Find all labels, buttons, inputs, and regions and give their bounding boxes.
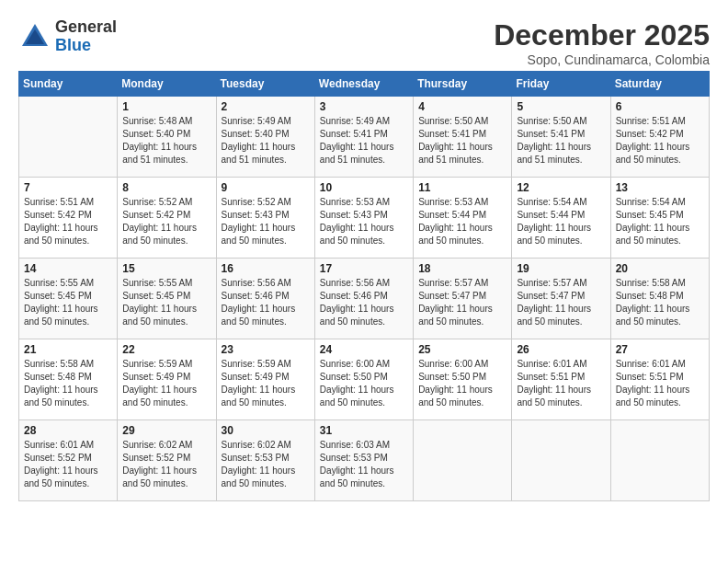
- calendar-cell: 8Sunrise: 5:52 AM Sunset: 5:42 PM Daylig…: [118, 178, 216, 259]
- day-number: 24: [320, 343, 408, 356]
- day-number: 31: [320, 424, 408, 437]
- day-info: Sunrise: 5:56 AM Sunset: 5:46 PM Dayligh…: [222, 277, 310, 328]
- calendar-cell: 25Sunrise: 6:00 AM Sunset: 5:50 PM Dayli…: [414, 339, 512, 420]
- day-info: Sunrise: 5:51 AM Sunset: 5:42 PM Dayligh…: [616, 115, 704, 167]
- calendar-cell: 19Sunrise: 5:57 AM Sunset: 5:47 PM Dayli…: [512, 259, 610, 339]
- day-info: Sunrise: 5:58 AM Sunset: 5:48 PM Dayligh…: [616, 277, 704, 328]
- calendar-cell: 15Sunrise: 5:55 AM Sunset: 5:45 PM Dayli…: [118, 259, 216, 339]
- day-info: Sunrise: 5:54 AM Sunset: 5:44 PM Dayligh…: [517, 196, 605, 247]
- weekday-header: Monday: [118, 72, 216, 97]
- calendar-cell: 3Sunrise: 5:49 AM Sunset: 5:41 PM Daylig…: [314, 97, 413, 178]
- day-info: Sunrise: 5:52 AM Sunset: 5:42 PM Dayligh…: [122, 196, 210, 247]
- calendar-week-row: 21Sunrise: 5:58 AM Sunset: 5:48 PM Dayli…: [19, 339, 710, 420]
- logo-blue-text: Blue: [55, 37, 117, 55]
- weekday-header: Tuesday: [216, 72, 314, 97]
- day-number: 16: [222, 262, 310, 275]
- calendar-cell: [610, 420, 709, 501]
- day-info: Sunrise: 5:53 AM Sunset: 5:43 PM Dayligh…: [320, 196, 408, 247]
- day-info: Sunrise: 6:00 AM Sunset: 5:50 PM Dayligh…: [320, 358, 408, 409]
- calendar-week-row: 28Sunrise: 6:01 AM Sunset: 5:52 PM Dayli…: [19, 420, 710, 501]
- calendar-cell: 31Sunrise: 6:03 AM Sunset: 5:53 PM Dayli…: [314, 420, 413, 501]
- day-number: 14: [24, 262, 112, 275]
- calendar-cell: 24Sunrise: 6:00 AM Sunset: 5:50 PM Dayli…: [314, 339, 413, 420]
- calendar-cell: [414, 420, 512, 501]
- calendar-cell: 23Sunrise: 5:59 AM Sunset: 5:49 PM Dayli…: [216, 339, 314, 420]
- day-info: Sunrise: 5:56 AM Sunset: 5:46 PM Dayligh…: [320, 277, 408, 328]
- calendar-cell: 16Sunrise: 5:56 AM Sunset: 5:46 PM Dayli…: [216, 259, 314, 339]
- calendar-cell: [19, 97, 118, 178]
- calendar-cell: 5Sunrise: 5:50 AM Sunset: 5:41 PM Daylig…: [512, 97, 610, 178]
- weekday-header: Wednesday: [314, 72, 413, 97]
- day-number: 21: [24, 343, 112, 356]
- day-number: 22: [122, 343, 210, 356]
- day-number: 6: [616, 100, 704, 113]
- calendar-cell: 14Sunrise: 5:55 AM Sunset: 5:45 PM Dayli…: [19, 259, 118, 339]
- day-number: 28: [24, 424, 112, 437]
- day-info: Sunrise: 5:52 AM Sunset: 5:43 PM Dayligh…: [222, 196, 310, 247]
- logo-general-text: General: [55, 18, 117, 37]
- calendar-cell: 7Sunrise: 5:51 AM Sunset: 5:42 PM Daylig…: [19, 178, 118, 259]
- calendar-cell: 26Sunrise: 6:01 AM Sunset: 5:51 PM Dayli…: [512, 339, 610, 420]
- day-number: 26: [517, 343, 605, 356]
- calendar-cell: 22Sunrise: 5:59 AM Sunset: 5:49 PM Dayli…: [118, 339, 216, 420]
- day-info: Sunrise: 6:02 AM Sunset: 5:52 PM Dayligh…: [122, 439, 210, 490]
- calendar-week-row: 14Sunrise: 5:55 AM Sunset: 5:45 PM Dayli…: [19, 259, 710, 339]
- day-info: Sunrise: 5:54 AM Sunset: 5:45 PM Dayligh…: [616, 196, 704, 247]
- day-info: Sunrise: 6:01 AM Sunset: 5:52 PM Dayligh…: [24, 439, 112, 490]
- day-info: Sunrise: 6:00 AM Sunset: 5:50 PM Dayligh…: [418, 358, 506, 409]
- day-number: 10: [320, 181, 408, 194]
- calendar-table: SundayMondayTuesdayWednesdayThursdayFrid…: [18, 71, 710, 501]
- day-number: 4: [418, 100, 506, 113]
- weekday-header: Saturday: [610, 72, 709, 97]
- logo-icon: [18, 20, 51, 53]
- day-info: Sunrise: 5:58 AM Sunset: 5:48 PM Dayligh…: [24, 358, 112, 409]
- day-info: Sunrise: 5:51 AM Sunset: 5:42 PM Dayligh…: [24, 196, 112, 247]
- day-number: 5: [517, 100, 605, 113]
- day-number: 8: [122, 181, 210, 194]
- weekday-header: Friday: [512, 72, 610, 97]
- day-info: Sunrise: 6:01 AM Sunset: 5:51 PM Dayligh…: [517, 358, 605, 409]
- day-info: Sunrise: 5:50 AM Sunset: 5:41 PM Dayligh…: [517, 115, 605, 167]
- month-title: December 2025: [494, 18, 710, 52]
- day-number: 12: [517, 181, 605, 194]
- day-info: Sunrise: 5:57 AM Sunset: 5:47 PM Dayligh…: [418, 277, 506, 328]
- calendar-cell: 18Sunrise: 5:57 AM Sunset: 5:47 PM Dayli…: [414, 259, 512, 339]
- day-info: Sunrise: 5:49 AM Sunset: 5:40 PM Dayligh…: [222, 115, 310, 167]
- day-number: 2: [222, 100, 310, 113]
- day-info: Sunrise: 5:53 AM Sunset: 5:44 PM Dayligh…: [418, 196, 506, 247]
- calendar-cell: 29Sunrise: 6:02 AM Sunset: 5:52 PM Dayli…: [118, 420, 216, 501]
- logo: General Blue: [18, 18, 117, 55]
- calendar-week-row: 1Sunrise: 5:48 AM Sunset: 5:40 PM Daylig…: [19, 97, 710, 178]
- day-info: Sunrise: 5:48 AM Sunset: 5:40 PM Dayligh…: [122, 115, 210, 167]
- page-header: General Blue December 2025 Sopo, Cundina…: [18, 18, 710, 67]
- day-number: 29: [122, 424, 210, 437]
- calendar-cell: 4Sunrise: 5:50 AM Sunset: 5:41 PM Daylig…: [414, 97, 512, 178]
- day-number: 20: [616, 262, 704, 275]
- day-info: Sunrise: 5:55 AM Sunset: 5:45 PM Dayligh…: [122, 277, 210, 328]
- calendar-cell: 2Sunrise: 5:49 AM Sunset: 5:40 PM Daylig…: [216, 97, 314, 178]
- day-info: Sunrise: 5:49 AM Sunset: 5:41 PM Dayligh…: [320, 115, 408, 167]
- weekday-header: Sunday: [19, 72, 118, 97]
- day-info: Sunrise: 5:50 AM Sunset: 5:41 PM Dayligh…: [418, 115, 506, 167]
- day-info: Sunrise: 6:01 AM Sunset: 5:51 PM Dayligh…: [616, 358, 704, 409]
- day-info: Sunrise: 5:59 AM Sunset: 5:49 PM Dayligh…: [122, 358, 210, 409]
- calendar-cell: 1Sunrise: 5:48 AM Sunset: 5:40 PM Daylig…: [118, 97, 216, 178]
- day-number: 23: [222, 343, 310, 356]
- weekday-header: Thursday: [414, 72, 512, 97]
- day-info: Sunrise: 5:57 AM Sunset: 5:47 PM Dayligh…: [517, 277, 605, 328]
- day-number: 3: [320, 100, 408, 113]
- day-info: Sunrise: 6:02 AM Sunset: 5:53 PM Dayligh…: [222, 439, 310, 490]
- calendar-cell: 30Sunrise: 6:02 AM Sunset: 5:53 PM Dayli…: [216, 420, 314, 501]
- day-number: 13: [616, 181, 704, 194]
- calendar-cell: 11Sunrise: 5:53 AM Sunset: 5:44 PM Dayli…: [414, 178, 512, 259]
- day-number: 27: [616, 343, 704, 356]
- location-subtitle: Sopo, Cundinamarca, Colombia: [494, 52, 710, 67]
- day-info: Sunrise: 6:03 AM Sunset: 5:53 PM Dayligh…: [320, 439, 408, 490]
- day-number: 7: [24, 181, 112, 194]
- day-number: 15: [122, 262, 210, 275]
- calendar-cell: [512, 420, 610, 501]
- calendar-cell: 27Sunrise: 6:01 AM Sunset: 5:51 PM Dayli…: [610, 339, 709, 420]
- calendar-cell: 9Sunrise: 5:52 AM Sunset: 5:43 PM Daylig…: [216, 178, 314, 259]
- calendar-cell: 21Sunrise: 5:58 AM Sunset: 5:48 PM Dayli…: [19, 339, 118, 420]
- calendar-week-row: 7Sunrise: 5:51 AM Sunset: 5:42 PM Daylig…: [19, 178, 710, 259]
